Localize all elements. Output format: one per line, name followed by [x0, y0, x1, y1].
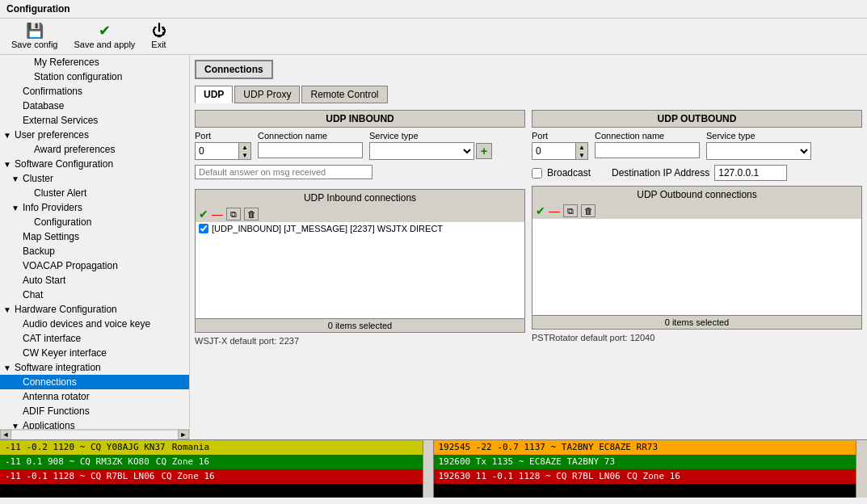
inbound-service-type-select[interactable] [369, 142, 474, 160]
inbound-minus-icon[interactable]: — [212, 208, 223, 220]
sidebar-item-station-config[interactable]: Station configuration [0, 69, 189, 84]
inbound-delete-btn[interactable]: 🗑 [244, 208, 259, 220]
connections-header: Connections [195, 60, 273, 79]
title-bar: Configuration [0, 0, 867, 19]
broadcast-checkbox[interactable] [532, 168, 542, 178]
sidebar-label: ADIF Functions [23, 405, 90, 417]
sidebar-item-auto-start[interactable]: Auto Start [0, 273, 189, 288]
inbound-conn-name-input[interactable] [258, 142, 363, 158]
expander: ▼ [3, 305, 15, 314]
sidebar-item-cluster-alert[interactable]: Cluster Alert [0, 186, 189, 200]
tab-remote-control[interactable]: Remote Control [301, 86, 387, 103]
broadcast-label: Broadcast [547, 167, 591, 178]
dest-ip-input[interactable] [714, 165, 787, 181]
sidebar-item-external-services[interactable]: External Services [0, 113, 189, 128]
log-left-scrollbar[interactable] [423, 440, 434, 498]
exit-label: Exit [151, 40, 166, 49]
exit-button[interactable]: ⏻ Exit [146, 22, 170, 51]
outbound-fields: Port ▲ ▼ Connection name [532, 131, 862, 160]
inbound-port-wrapper: ▲ ▼ [195, 142, 251, 160]
sidebar-item-award-prefs[interactable]: Award preferences [0, 142, 189, 157]
outbound-conn-name-input[interactable] [595, 142, 700, 158]
expander: ▼ [11, 204, 23, 212]
log-row-2: -11 -0.1 1128 ~ CQ R7BL LN06 CQ Zone 16 [0, 469, 423, 484]
sidebar-item-voacap[interactable]: VOACAP Propagation [0, 258, 189, 273]
sidebar-label: Software integration [15, 362, 101, 373]
inbound-add-button[interactable]: + [476, 143, 492, 159]
sidebar-item-software-config[interactable]: ▼ Software Configuration [0, 157, 189, 171]
sidebar-item-hardware-config[interactable]: ▼ Hardware Configuration [0, 302, 189, 317]
inbound-port-spinners: ▲ ▼ [239, 142, 251, 160]
outbound-port-input[interactable] [532, 142, 576, 160]
outbound-minus-icon[interactable]: — [549, 204, 560, 217]
log-row-r1: 192600 Tx 1135 ~ EC8AZE TA2BNY 73 [434, 455, 856, 469]
bottom-log: -11 -0.2 1120 ~ CQ Y08AJG KN37 Romania -… [0, 439, 867, 498]
outbound-port-down[interactable]: ▼ [576, 151, 587, 159]
sidebar-item-backup[interactable]: Backup [0, 244, 189, 258]
scroll-left-btn[interactable]: ◄ [0, 430, 11, 439]
inbound-port-input[interactable] [195, 142, 239, 160]
sidebar-item-cw-keyer[interactable]: CW Keyer interface [0, 346, 189, 360]
sidebar-label: Chat [23, 289, 43, 300]
log-row-r0: 192545 -22 -0.7 1137 ~ TA2BNY EC8AZE RR7… [434, 440, 856, 455]
sidebar-item-cluster[interactable]: ▼ Cluster [0, 171, 189, 186]
tab-bar: UDP UDP Proxy Remote Control [195, 86, 862, 103]
sidebar-label: External Services [23, 115, 98, 126]
expander: ▼ [3, 363, 15, 372]
sidebar-item-chat[interactable]: Chat [0, 288, 189, 302]
outbound-delete-btn[interactable]: 🗑 [581, 204, 596, 217]
inbound-check-icon[interactable]: ✔ [199, 208, 208, 220]
sidebar-item-user-preferences[interactable]: ▼ User preferences [0, 128, 189, 142]
log-right-scrollbar[interactable] [856, 440, 867, 498]
sidebar-item-ip-configuration[interactable]: Configuration [0, 215, 189, 229]
inbound-conn-checkbox[interactable] [199, 224, 208, 233]
outbound-service-type-select[interactable] [706, 142, 811, 160]
sidebar-item-audio-devices[interactable]: Audio devices and voice keye [0, 317, 189, 331]
log-cell: Romania [169, 440, 213, 455]
sidebar: My References Station configuration Conf… [0, 55, 190, 439]
default-answer-input[interactable] [195, 165, 372, 179]
log-cell: -11 -0.1 1128 ~ CQ R7BL LN06 [2, 469, 158, 484]
sidebar-item-database[interactable]: Database [0, 99, 189, 113]
log-right: 192545 -22 -0.7 1137 ~ TA2BNY EC8AZE RR7… [434, 440, 856, 498]
sidebar-label: Award preferences [34, 144, 116, 155]
sidebar-item-info-providers[interactable]: ▼ Info Providers [0, 200, 189, 215]
sidebar-label: Auto Start [23, 275, 65, 286]
sidebar-label: My References [34, 57, 99, 68]
toolbar: 💾 Save config ✔ Save and apply ⏻ Exit [0, 19, 867, 55]
sidebar-scroll[interactable]: My References Station configuration Conf… [0, 55, 189, 429]
sidebar-item-connections[interactable]: Connections [0, 375, 189, 389]
tab-udp[interactable]: UDP [195, 86, 233, 103]
sidebar-label: Audio devices and voice keye [23, 318, 150, 330]
scroll-right-btn[interactable]: ► [178, 430, 189, 439]
outbound-conn-name-label: Connection name [595, 131, 700, 141]
log-cell: -11 -0.2 1120 ~ CQ Y08AJG KN37 [2, 440, 169, 455]
sidebar-item-software-integration[interactable]: ▼ Software integration [0, 360, 189, 375]
sidebar-item-applications[interactable]: ▼ Applications [0, 418, 189, 429]
inbound-port-up[interactable]: ▲ [239, 143, 250, 151]
save-config-button[interactable]: 💾 Save config [6, 22, 62, 51]
inbound-copy-btn[interactable]: ⧉ [226, 208, 241, 220]
sidebar-hscroll[interactable]: ◄ ► [0, 429, 189, 439]
tab-udp-proxy[interactable]: UDP Proxy [234, 86, 300, 103]
outbound-port-spinners: ▲ ▼ [576, 142, 588, 160]
inbound-conn-item[interactable]: [UDP_INBOUND] [JT_MESSAGE] [2237] WSJTX … [196, 222, 524, 235]
inbound-list-title: UDP Inbound connections [195, 189, 525, 206]
broadcast-row: Broadcast Destination IP Address [532, 165, 862, 181]
outbound-check-icon[interactable]: ✔ [536, 204, 545, 217]
save-and-apply-button[interactable]: ✔ Save and apply [69, 22, 140, 51]
outbound-copy-btn[interactable]: ⧉ [563, 204, 578, 217]
sidebar-label: Backup [23, 246, 55, 257]
sidebar-item-adif-functions[interactable]: ADIF Functions [0, 404, 189, 418]
sidebar-item-confirmations[interactable]: Confirmations [0, 84, 189, 99]
sidebar-label: Station configuration [34, 71, 122, 82]
udp-inbound-title: UDP INBOUND [195, 110, 525, 128]
log-row-r2: 192630 11 -0.1 1128 ~ CQ R7BL LN06 CQ Zo… [434, 469, 856, 484]
sidebar-item-antenna-rotator[interactable]: Antenna rotator [0, 389, 189, 404]
outbound-port-up[interactable]: ▲ [576, 143, 587, 151]
sidebar-item-my-references[interactable]: My References [0, 55, 189, 69]
inbound-default-port: WSJT-X default port: 2237 [195, 336, 525, 346]
sidebar-item-cat-interface[interactable]: CAT interface [0, 331, 189, 346]
inbound-port-down[interactable]: ▼ [239, 151, 250, 159]
sidebar-item-map-settings[interactable]: Map Settings [0, 229, 189, 244]
